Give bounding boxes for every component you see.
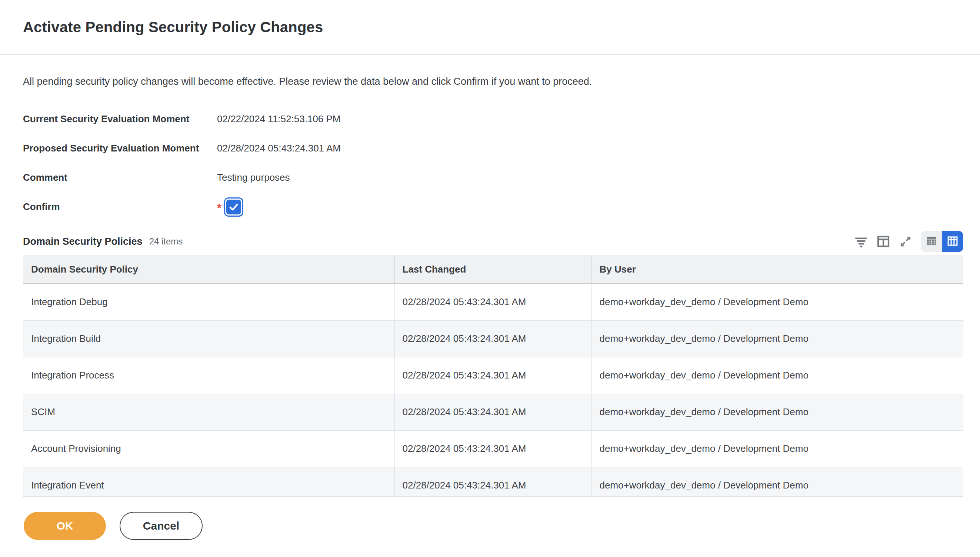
field-value: 02/28/2024 05:43:24.301 AM (217, 143, 341, 154)
required-asterisk: * (217, 202, 221, 214)
page-header: Activate Pending Security Policy Changes (0, 0, 980, 55)
filter-button[interactable] (851, 231, 871, 251)
cell-policy: Integration Debug (23, 284, 394, 320)
column-panel-icon (876, 234, 891, 249)
confirm-control: * (217, 197, 243, 217)
page-title: Activate Pending Security Policy Changes (23, 19, 323, 36)
table-row: Integration Event 02/28/2024 05:43:24.30… (23, 467, 963, 497)
confirm-checkbox[interactable] (224, 197, 243, 217)
cell-by-user: demo+workday_dev_demo / Development Demo (591, 357, 963, 394)
grid-view-button[interactable] (942, 231, 963, 252)
cell-policy: Integration Process (23, 357, 394, 394)
grid-toolbar (849, 231, 963, 252)
field-list: Current Security Evaluation Moment 02/22… (23, 104, 957, 221)
domain-security-policies-table: Domain Security Policy Last Changed By U… (23, 255, 963, 497)
ok-button[interactable]: OK (24, 512, 106, 540)
cell-last-changed: 02/28/2024 05:43:24.301 AM (394, 284, 591, 320)
activate-pending-security-policy-changes-page: Activate Pending Security Policy Changes… (0, 0, 980, 557)
cell-by-user: demo+workday_dev_demo / Development Demo (591, 394, 963, 430)
grid-view-icon (946, 234, 960, 249)
field-label: Comment (23, 172, 217, 183)
page-description: All pending security policy changes will… (0, 55, 980, 87)
footer-actions: OK Cancel (24, 512, 980, 540)
field-value: Testing purposes (217, 172, 290, 183)
cell-policy: SCIM (23, 394, 394, 430)
filter-icon (853, 234, 869, 249)
column-settings-button[interactable] (873, 231, 893, 251)
cancel-button[interactable]: Cancel (120, 512, 203, 540)
column-header-domain-security-policy[interactable]: Domain Security Policy (23, 255, 394, 284)
field-row-confirm: Confirm * (23, 192, 957, 221)
table-row: SCIM 02/28/2024 05:43:24.301 AM demo+wor… (23, 394, 963, 430)
checkmark-icon (226, 200, 241, 215)
cell-by-user: demo+workday_dev_demo / Development Demo (591, 320, 963, 357)
cell-last-changed: 02/28/2024 05:43:24.301 AM (394, 357, 591, 394)
table-row: Integration Build 02/28/2024 05:43:24.30… (23, 320, 963, 357)
cell-by-user: demo+workday_dev_demo / Development Demo (591, 284, 963, 320)
column-header-last-changed[interactable]: Last Changed (394, 255, 591, 284)
field-label: Proposed Security Evaluation Moment (23, 143, 217, 154)
cell-policy: Integration Build (23, 320, 394, 357)
field-row-current-moment: Current Security Evaluation Moment 02/22… (23, 104, 957, 134)
table-row: Integration Debug 02/28/2024 05:43:24.30… (23, 284, 963, 320)
cell-by-user: demo+workday_dev_demo / Development Demo (591, 467, 963, 497)
table-row: Integration Process 02/28/2024 05:43:24.… (23, 357, 963, 394)
cell-last-changed: 02/28/2024 05:43:24.301 AM (394, 320, 591, 357)
expand-icon (898, 234, 913, 249)
table-header-row: Domain Security Policy Last Changed By U… (23, 255, 963, 284)
view-toggle-group (921, 231, 963, 252)
table-row: Account Provisioning 02/28/2024 05:43:24… (23, 430, 963, 467)
cell-policy: Account Provisioning (23, 430, 394, 467)
table-view-button[interactable] (921, 231, 942, 252)
field-label: Confirm (23, 201, 217, 213)
grid-title: Domain Security Policies (23, 236, 143, 248)
table-view-icon (925, 234, 939, 249)
grid-item-count: 24 items (149, 236, 183, 247)
grid-section-header: Domain Security Policies 24 items (23, 231, 963, 252)
cell-policy: Integration Event (23, 467, 394, 497)
cell-last-changed: 02/28/2024 05:43:24.301 AM (394, 430, 591, 467)
expand-button[interactable] (895, 231, 916, 251)
cell-last-changed: 02/28/2024 05:43:24.301 AM (394, 394, 591, 430)
cell-last-changed: 02/28/2024 05:43:24.301 AM (394, 467, 591, 497)
column-header-by-user[interactable]: By User (591, 255, 963, 284)
field-value: 02/22/2024 11:52:53.106 PM (217, 113, 340, 125)
field-label: Current Security Evaluation Moment (23, 113, 217, 125)
field-row-proposed-moment: Proposed Security Evaluation Moment 02/2… (23, 134, 957, 163)
cell-by-user: demo+workday_dev_demo / Development Demo (591, 430, 963, 467)
field-row-comment: Comment Testing purposes (23, 163, 957, 192)
